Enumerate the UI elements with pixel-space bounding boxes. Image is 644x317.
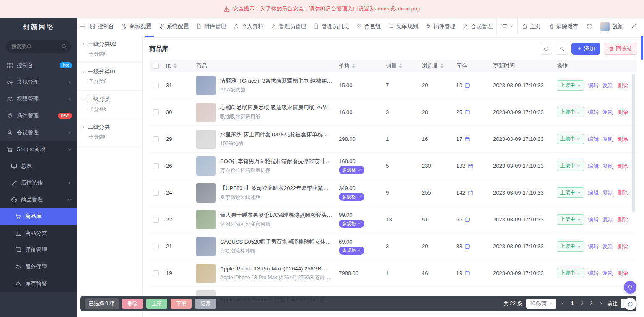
delete-link[interactable]: 删除 — [617, 270, 628, 277]
status-dropdown[interactable]: 上架中 — [557, 241, 584, 252]
batch-button[interactable]: 上架 — [146, 299, 167, 309]
product-title[interactable]: Apple iPhone 13 Pro Max (A2644) 256GB 苍岭… — [220, 265, 333, 273]
copy-link[interactable]: 复制 — [602, 243, 613, 250]
product-title[interactable]: 猫人男士睡衣男夏季100%纯棉薄款圆领套头短袖套装... — [220, 211, 333, 219]
category-node[interactable]: 一级分类01 — [77, 65, 142, 77]
sidebar-item[interactable]: 店铺装修 — [0, 174, 77, 191]
sidebar-item[interactable]: 评价管理 — [0, 242, 77, 258]
topnav-item[interactable]: 角色组 — [353, 18, 384, 35]
home-button[interactable]: 主页 — [518, 18, 545, 35]
page-size-select[interactable]: 10条/页 — [526, 299, 556, 309]
topnav-item[interactable]: 管理员管理 — [267, 18, 310, 35]
product-thumbnail[interactable] — [196, 237, 216, 256]
recycle-bin-button[interactable]: 回收站 — [604, 43, 637, 55]
sort-carets[interactable] — [399, 63, 402, 68]
search-icon[interactable] — [61, 44, 67, 49]
delete-link[interactable]: 删除 — [617, 135, 628, 143]
edit-link[interactable]: 编辑 — [588, 243, 599, 250]
row-checkbox[interactable] — [153, 217, 159, 223]
product-title[interactable]: 【UPF80+】波司登防晒衣2022年夏季防紫外线冰丝... — [220, 184, 333, 192]
app-logo[interactable]: 创颜网络 — [0, 18, 77, 37]
row-checkbox[interactable] — [153, 83, 159, 88]
row-checkbox[interactable] — [153, 109, 159, 115]
batch-button[interactable]: 下架 — [171, 299, 192, 309]
multi-spec-badge[interactable]: 多规格 — [339, 220, 364, 228]
prev-page-button[interactable] — [561, 301, 565, 306]
copy-link[interactable]: 复制 — [602, 189, 613, 197]
page-scrollbar-thumb[interactable] — [641, 36, 643, 60]
product-thumbnail[interactable] — [196, 210, 216, 229]
delete-link[interactable]: 删除 — [617, 216, 628, 223]
product-thumbnail[interactable] — [196, 156, 216, 176]
delete-link[interactable]: 删除 — [617, 243, 628, 250]
chat-button[interactable] — [624, 298, 636, 310]
category-child[interactable]: 子分类6 — [77, 132, 142, 144]
status-dropdown[interactable]: 上架中 — [557, 80, 584, 91]
sidebar-item[interactable]: 插件管理new — [0, 107, 77, 124]
add-button[interactable]: 添加 — [571, 43, 600, 55]
batch-button[interactable]: 删除 — [122, 299, 143, 309]
layout-dropdown-button[interactable] — [496, 18, 518, 35]
multi-spec-badge[interactable]: 多规格 — [339, 193, 364, 201]
product-thumbnail[interactable] — [196, 130, 216, 149]
delete-link[interactable]: 删除 — [617, 82, 628, 89]
copy-link[interactable]: 复制 — [602, 216, 613, 223]
category-child[interactable]: 子分类6 — [77, 104, 142, 116]
table-scrollbar-thumb[interactable] — [632, 74, 635, 212]
delete-link[interactable]: 删除 — [617, 189, 628, 197]
sidebar-item[interactable]: Shopro商城 — [0, 141, 77, 158]
topnav-item[interactable]: 控制台 — [86, 18, 118, 35]
product-thumbnail[interactable] — [196, 103, 216, 122]
edit-link[interactable]: 编辑 — [588, 162, 599, 170]
page-number[interactable]: 3 — [588, 300, 595, 307]
topnav-item[interactable]: 附件管理 — [192, 18, 230, 35]
row-checkbox[interactable] — [153, 136, 159, 142]
page-number[interactable]: 2 — [579, 300, 585, 307]
edit-link[interactable]: 编辑 — [588, 109, 599, 116]
sidebar-item[interactable]: 服务保障 — [0, 258, 77, 275]
sort-carets[interactable] — [440, 63, 444, 68]
batch-button[interactable]: 隐藏 — [195, 299, 216, 309]
sort-carets[interactable] — [352, 63, 355, 68]
topnav-item[interactable]: 个人资料 — [230, 18, 267, 35]
status-dropdown[interactable]: 上架中 — [557, 107, 584, 117]
topnav-item[interactable]: 菜单规则 — [384, 18, 422, 35]
delete-link[interactable]: 删除 — [617, 109, 628, 116]
sidebar-toggle-button[interactable] — [79, 18, 86, 35]
topnav-item[interactable]: 商城配置 — [118, 18, 155, 35]
settings-button[interactable] — [627, 18, 641, 35]
copy-link[interactable]: 复制 — [602, 109, 613, 116]
status-dropdown[interactable]: 上架中 — [557, 187, 584, 198]
topnav-item[interactable]: 管理员日志 — [310, 18, 353, 35]
product-thumbnail[interactable] — [196, 183, 216, 203]
sidebar-item[interactable]: 商品管理 — [0, 191, 77, 208]
product-title[interactable]: 心相印卷纸厨房卷纸 吸油吸水厨房用纸 75节2卷纸巾 ... — [220, 104, 333, 112]
sidebar-item[interactable]: 控制台hot — [0, 57, 77, 74]
topnav-item[interactable]: 系统配置 — [155, 18, 192, 35]
select-all-checkbox[interactable] — [153, 63, 159, 69]
delete-link[interactable]: 删除 — [617, 162, 628, 170]
copy-link[interactable]: 复制 — [602, 270, 613, 277]
row-checkbox[interactable] — [153, 190, 159, 196]
category-child[interactable]: 子分类6 — [77, 49, 142, 61]
edit-link[interactable]: 编辑 — [588, 270, 599, 277]
category-node[interactable]: 三级分类 — [77, 93, 142, 104]
row-checkbox[interactable] — [153, 244, 159, 249]
category-child[interactable]: 子分类6 — [77, 77, 142, 88]
status-dropdown[interactable]: 上架中 — [557, 134, 584, 144]
refresh-button[interactable] — [540, 43, 552, 55]
product-title[interactable]: SOO行李箱男万向轮拉杆箱耐磨抗摔26英寸A330旅行... — [220, 158, 333, 165]
user-menu[interactable]: 创颜 — [596, 18, 627, 35]
edit-link[interactable]: 编辑 — [588, 216, 599, 223]
product-title[interactable]: CACUSS B0520帽子男百搭潮流棒球帽女休闲户外鸭... — [220, 238, 333, 246]
copy-link[interactable]: 复制 — [602, 135, 613, 143]
topnav-item[interactable]: 插件管理 — [422, 18, 459, 35]
product-title[interactable]: 水星家纺 床上四件套100%纯棉被套床单枕套床上用... — [220, 131, 333, 138]
product-thumbnail[interactable] — [196, 76, 216, 95]
edit-link[interactable]: 编辑 — [588, 189, 599, 197]
edit-link[interactable]: 编辑 — [588, 82, 599, 89]
sort-carets[interactable] — [174, 63, 177, 68]
sidebar-item[interactable]: 总览 — [0, 158, 77, 174]
multi-spec-badge[interactable]: 多规格 — [339, 247, 364, 255]
category-node[interactable]: 二级分类 — [77, 121, 142, 132]
